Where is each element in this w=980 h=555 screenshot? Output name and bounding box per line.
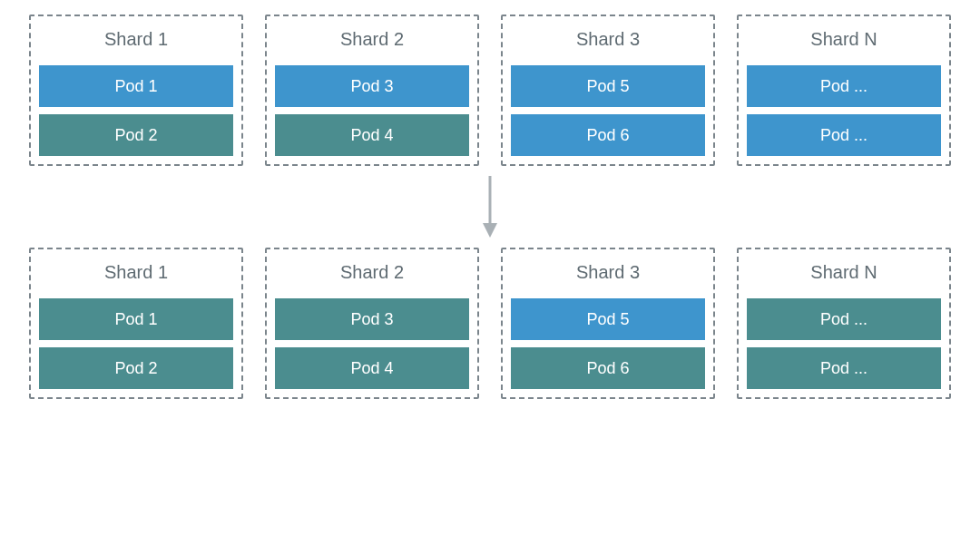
shard-title: Shard 2 (274, 24, 470, 59)
pod-box: Pod ... (746, 346, 942, 390)
transition-arrow (29, 166, 951, 248)
pod-label: Pod 4 (350, 359, 393, 378)
pod-box: Pod 6 (510, 346, 706, 390)
row-after: Shard 1 Pod 1 Pod 2 Shard 2 Pod 3 Pod 4 … (29, 248, 951, 399)
pod-box: Pod 5 (510, 297, 706, 341)
pod-label: Pod 3 (350, 77, 393, 96)
pod-box: Pod 4 (274, 346, 470, 390)
shard-title: Shard 1 (38, 257, 234, 292)
pod-label: Pod ... (820, 77, 867, 96)
pod-box: Pod ... (746, 64, 942, 108)
pod-box: Pod ... (746, 113, 942, 157)
arrow-down-icon (477, 170, 503, 243)
pod-label: Pod 6 (586, 359, 629, 378)
shard-box: Shard 1 Pod 1 Pod 2 (29, 15, 243, 166)
pod-label: Pod 1 (114, 77, 157, 96)
pod-box: Pod 5 (510, 64, 706, 108)
diagram: Shard 1 Pod 1 Pod 2 Shard 2 Pod 3 Pod 4 … (29, 15, 951, 399)
shard-box: Shard 3 Pod 5 Pod 6 (501, 15, 715, 166)
shard-box: Shard 2 Pod 3 Pod 4 (265, 15, 479, 166)
pod-label: Pod 2 (114, 359, 157, 378)
shard-title: Shard 1 (38, 24, 234, 59)
shard-title: Shard N (746, 257, 942, 292)
shard-title: Shard 3 (510, 257, 706, 292)
pod-label: Pod ... (820, 359, 867, 378)
shard-title: Shard N (746, 24, 942, 59)
pod-label: Pod ... (820, 310, 867, 329)
pod-label: Pod 5 (586, 77, 629, 96)
row-before: Shard 1 Pod 1 Pod 2 Shard 2 Pod 3 Pod 4 … (29, 15, 951, 166)
pod-label: Pod 4 (350, 126, 393, 145)
shard-box: Shard 3 Pod 5 Pod 6 (501, 248, 715, 399)
shard-title: Shard 3 (510, 24, 706, 59)
pod-box: Pod 3 (274, 64, 470, 108)
pod-box: Pod 2 (38, 113, 234, 157)
svg-marker-1 (483, 223, 497, 238)
shard-box: Shard 2 Pod 3 Pod 4 (265, 248, 479, 399)
pod-box: Pod ... (746, 297, 942, 341)
pod-label: Pod 3 (350, 310, 393, 329)
pod-label: Pod 6 (586, 126, 629, 145)
pod-box: Pod 6 (510, 113, 706, 157)
shard-box: Shard 1 Pod 1 Pod 2 (29, 248, 243, 399)
pod-label: Pod ... (820, 126, 867, 145)
pod-box: Pod 2 (38, 346, 234, 390)
shard-title: Shard 2 (274, 257, 470, 292)
pod-box: Pod 1 (38, 64, 234, 108)
pod-box: Pod 3 (274, 297, 470, 341)
pod-box: Pod 4 (274, 113, 470, 157)
pod-label: Pod 2 (114, 126, 157, 145)
pod-label: Pod 5 (586, 310, 629, 329)
shard-box: Shard N Pod ... Pod ... (737, 248, 951, 399)
pod-box: Pod 1 (38, 297, 234, 341)
shard-box: Shard N Pod ... Pod ... (737, 15, 951, 166)
pod-label: Pod 1 (114, 310, 157, 329)
